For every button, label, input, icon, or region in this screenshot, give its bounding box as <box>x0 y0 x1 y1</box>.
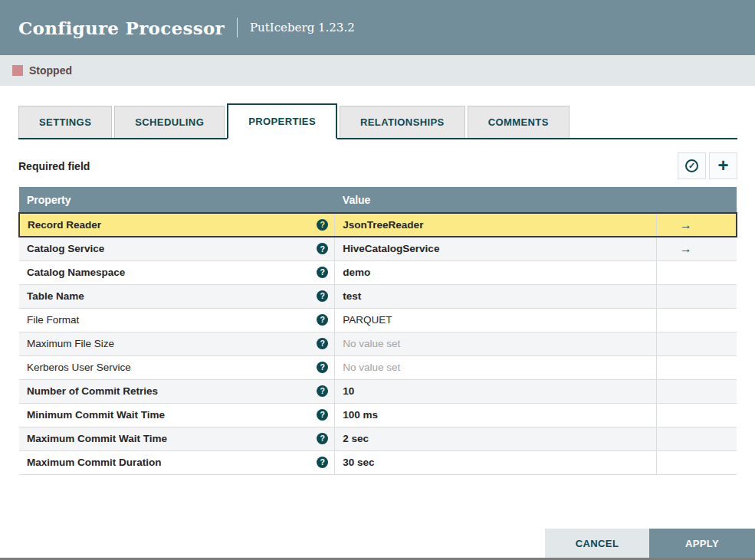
title-separator <box>237 18 238 38</box>
tab-settings[interactable]: SETTINGS <box>18 106 112 138</box>
tab-properties[interactable]: PROPERTIES <box>227 103 337 139</box>
table-row[interactable]: Table Name? test <box>19 284 737 308</box>
dialog-title: Configure Processor <box>18 18 225 38</box>
table-row[interactable]: Maximum Commit Wait Time? 2 sec <box>19 427 737 450</box>
help-icon[interactable]: ? <box>317 409 328 421</box>
circle-check-icon: ✓ <box>685 159 698 172</box>
help-icon[interactable]: ? <box>317 338 328 349</box>
tab-relationships[interactable]: RELATIONSHIPS <box>340 106 465 138</box>
goto-column-header <box>656 187 737 213</box>
properties-table: Property Value Record Reader? JsonTreeRe… <box>18 187 737 475</box>
properties-toolbar: Required field ✓ + <box>18 152 737 179</box>
go-to-service-icon[interactable]: → <box>680 218 692 231</box>
table-row[interactable]: Record Reader? JsonTreeReader → <box>19 213 737 237</box>
toolbar-buttons: ✓ + <box>678 152 737 179</box>
tab-scheduling[interactable]: SCHEDULING <box>114 106 225 138</box>
required-field-label: Required field <box>18 160 90 172</box>
help-icon[interactable]: ? <box>317 385 328 397</box>
help-icon[interactable]: ? <box>317 362 328 373</box>
add-property-button[interactable]: + <box>709 152 737 179</box>
table-row[interactable]: File Format? PARQUET <box>19 308 737 332</box>
dialog-header: Configure Processor PutIceberg 1.23.2 <box>0 0 755 55</box>
processor-name-version: PutIceberg 1.23.2 <box>250 21 355 34</box>
dialog-content: SETTINGS SCHEDULING PROPERTIES RELATIONS… <box>0 103 755 475</box>
help-icon[interactable]: ? <box>317 243 328 254</box>
property-column-header: Property <box>19 187 335 213</box>
tab-bar: SETTINGS SCHEDULING PROPERTIES RELATIONS… <box>18 103 737 139</box>
apply-button[interactable]: APPLY <box>649 529 755 558</box>
help-icon[interactable]: ? <box>317 457 328 468</box>
help-icon[interactable]: ? <box>317 219 328 231</box>
table-row[interactable]: Minimum Commit Wait Time? 100 ms <box>19 403 737 427</box>
value-column-header: Value <box>335 187 656 213</box>
table-row[interactable]: Catalog Namespace? demo <box>19 260 737 284</box>
go-to-service-icon[interactable]: → <box>680 242 692 255</box>
status-bar: Stopped <box>0 55 755 86</box>
table-row[interactable]: Number of Commit Retries? 10 <box>19 379 737 403</box>
verify-properties-button[interactable]: ✓ <box>678 152 706 179</box>
status-label: Stopped <box>29 64 72 77</box>
cancel-button[interactable]: CANCEL <box>545 529 649 558</box>
help-icon[interactable]: ? <box>317 290 328 302</box>
help-icon[interactable]: ? <box>317 314 328 326</box>
table-row[interactable]: Maximum File Size? No value set <box>19 332 737 355</box>
help-icon[interactable]: ? <box>317 433 328 444</box>
table-header-row: Property Value <box>19 187 737 213</box>
table-row[interactable]: Maximum Commit Duration? 30 sec <box>19 450 737 474</box>
dialog-footer: CANCEL APPLY <box>545 529 755 558</box>
table-row[interactable]: Kerberos User Service? No value set <box>19 355 737 379</box>
stopped-icon <box>12 65 23 76</box>
tab-comments[interactable]: COMMENTS <box>468 106 570 138</box>
help-icon[interactable]: ? <box>317 267 328 278</box>
table-row[interactable]: Catalog Service? HiveCatalogService → <box>19 237 737 260</box>
plus-icon: + <box>717 156 728 175</box>
